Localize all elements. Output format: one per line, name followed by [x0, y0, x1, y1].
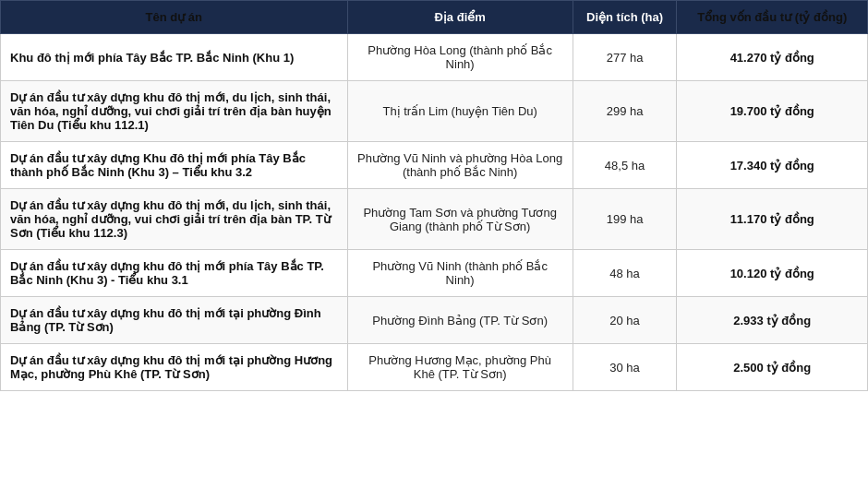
cell-location: Phường Hòa Long (thành phố Bắc Ninh)	[347, 34, 573, 81]
table-row: Dự án đầu tư xây dựng khu đô thị mới tại…	[1, 297, 868, 344]
cell-area: 48 ha	[573, 250, 677, 297]
cell-location: Phường Đình Bảng (TP. Từ Sơn)	[347, 297, 573, 344]
table-row: Dự án đầu tư xây dựng khu đô thị mới, du…	[1, 189, 868, 250]
cell-project-name: Dự án đầu tư xây dựng khu đô thị mới, du…	[1, 189, 348, 250]
cell-capital: 10.120 tỷ đồng	[677, 250, 868, 297]
header-area: Diện tích (ha)	[573, 1, 677, 34]
cell-area: 199 ha	[573, 189, 677, 250]
cell-location: Thị trấn Lim (huyện Tiên Du)	[347, 81, 573, 142]
cell-capital: 17.340 tỷ đồng	[677, 142, 868, 189]
cell-capital: 2.933 tỷ đồng	[677, 297, 868, 344]
cell-project-name: Dự án đầu tư xây dựng khu đô thị mới phí…	[1, 250, 348, 297]
cell-area: 48,5 ha	[573, 142, 677, 189]
cell-location: Phường Tam Sơn và phường Tương Giang (th…	[347, 189, 573, 250]
cell-area: 299 ha	[573, 81, 677, 142]
cell-area: 30 ha	[573, 344, 677, 391]
table-row: Dự án đầu tư xây dựng khu đô thị mới, du…	[1, 81, 868, 142]
table-row: Dự án đầu tư xây dựng khu đô thị mới phí…	[1, 250, 868, 297]
header-name: Tên dự án	[1, 1, 348, 34]
header-capital: Tổng vốn đầu tư (tỷ đồng)	[677, 1, 868, 34]
cell-area: 277 ha	[573, 34, 677, 81]
cell-location: Phường Hương Mạc, phường Phù Khê (TP. Từ…	[347, 344, 573, 391]
table-row: Khu đô thị mới phía Tây Bắc TP. Bắc Ninh…	[1, 34, 868, 81]
cell-capital: 41.270 tỷ đồng	[677, 34, 868, 81]
cell-project-name: Dự án đầu tư xây dựng khu đô thị mới tại…	[1, 344, 348, 391]
cell-capital: 19.700 tỷ đồng	[677, 81, 868, 142]
cell-project-name: Dự án đầu tư xây dựng Khu đô thị mới phí…	[1, 142, 348, 189]
cell-location: Phường Vũ Ninh (thành phố Bắc Ninh)	[347, 250, 573, 297]
table-row: Dự án đầu tư xây dựng khu đô thị mới tại…	[1, 344, 868, 391]
cell-project-name: Khu đô thị mới phía Tây Bắc TP. Bắc Ninh…	[1, 34, 348, 81]
cell-project-name: Dự án đầu tư xây dựng khu đô thị mới, du…	[1, 81, 348, 142]
cell-location: Phường Vũ Ninh và phường Hòa Long (thành…	[347, 142, 573, 189]
cell-area: 20 ha	[573, 297, 677, 344]
header-location: Địa điểm	[347, 1, 573, 34]
cell-project-name: Dự án đầu tư xây dựng khu đô thị mới tại…	[1, 297, 348, 344]
cell-capital: 11.170 tỷ đồng	[677, 189, 868, 250]
cell-capital: 2.500 tỷ đồng	[677, 344, 868, 391]
investment-table: Tên dự án Địa điểm Diện tích (ha) Tổng v…	[0, 0, 868, 391]
table-row: Dự án đầu tư xây dựng Khu đô thị mới phí…	[1, 142, 868, 189]
